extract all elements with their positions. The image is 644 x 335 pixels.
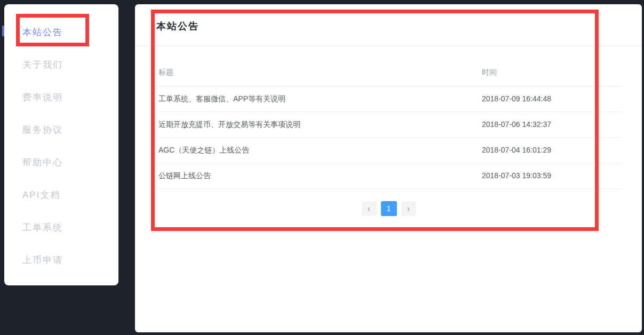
content-card: 本站公告 标题 时间 工单系统、客服微信、APP等有关说明 2018-07-09… xyxy=(135,4,642,332)
announcement-time: 2018-07-03 19:03:59 xyxy=(482,163,622,188)
announcements-table: 标题 时间 工单系统、客服微信、APP等有关说明 2018-07-09 16:4… xyxy=(156,59,622,216)
page-title: 本站公告 xyxy=(156,20,199,33)
chevron-right-icon: › xyxy=(407,203,410,214)
sidebar-item-fee-schedule[interactable]: 费率说明 xyxy=(4,81,118,114)
announcement-title: 近期开放充提币、开放交易等有关事项说明 xyxy=(156,112,482,137)
announcement-title: 公链网上线公告 xyxy=(156,163,482,188)
pagination: ‹ 1 › xyxy=(156,201,622,216)
sidebar-nav: 本站公告 关于我们 费率说明 服务协议 帮助中心 API文档 工单系统 上币申请 xyxy=(4,4,118,276)
table-row[interactable]: 工单系统、客服微信、APP等有关说明 2018-07-09 16:44:48 xyxy=(156,86,622,112)
column-header-time: 时间 xyxy=(482,59,622,86)
sidebar: 本站公告 关于我们 费率说明 服务协议 帮助中心 API文档 工单系统 上币申请 xyxy=(4,4,118,285)
table-header-row: 标题 时间 xyxy=(156,59,622,86)
sidebar-item-ticket-system[interactable]: 工单系统 xyxy=(4,211,118,244)
sidebar-item-api-docs[interactable]: API文档 xyxy=(4,179,118,211)
column-header-title: 标题 xyxy=(156,59,482,86)
announcement-time: 2018-07-04 16:01:29 xyxy=(482,138,622,163)
sidebar-item-coin-listing[interactable]: 上币申请 xyxy=(4,244,118,276)
announcement-time: 2018-07-06 14:32:37 xyxy=(482,112,622,137)
announcement-title: AGC（天使之链）上线公告 xyxy=(156,138,482,163)
sidebar-item-about-us[interactable]: 关于我们 xyxy=(4,49,118,81)
title-divider xyxy=(135,46,642,46)
chevron-left-icon: ‹ xyxy=(368,203,371,214)
pagination-prev-button[interactable]: ‹ xyxy=(362,201,377,216)
announcement-time: 2018-07-09 16:44:48 xyxy=(482,86,622,111)
sidebar-item-help-center[interactable]: 帮助中心 xyxy=(4,146,118,179)
table-row[interactable]: 近期开放充提币、开放交易等有关事项说明 2018-07-06 14:32:37 xyxy=(156,112,622,138)
table-row[interactable]: 公链网上线公告 2018-07-03 19:03:59 xyxy=(156,163,622,189)
pagination-next-button[interactable]: › xyxy=(401,201,416,216)
sidebar-item-announcements[interactable]: 本站公告 xyxy=(4,16,118,49)
sidebar-item-service-agreement[interactable]: 服务协议 xyxy=(4,114,118,146)
table-row[interactable]: AGC（天使之链）上线公告 2018-07-04 16:01:29 xyxy=(156,138,622,163)
pagination-page-1-button[interactable]: 1 xyxy=(381,201,397,216)
announcement-title: 工单系统、客服微信、APP等有关说明 xyxy=(156,86,482,111)
